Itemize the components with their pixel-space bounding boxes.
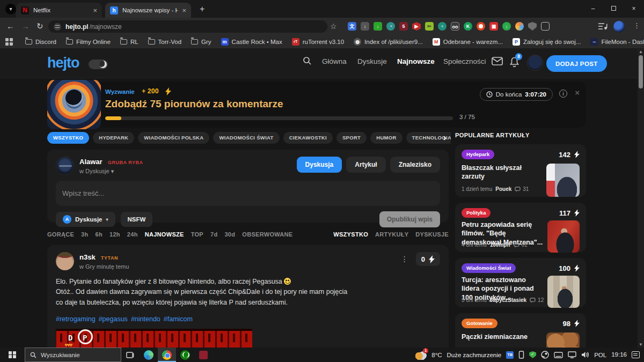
network-tray-icon[interactable]	[568, 351, 576, 358]
post-menu-icon[interactable]: ⋮	[401, 255, 408, 263]
bookmark-discord[interactable]: Discord	[21, 38, 60, 46]
post-author-name[interactable]: n3sk	[79, 253, 96, 261]
post-meta[interactable]: w Gry minutę temu	[79, 263, 129, 270]
window-minimize-button[interactable]: –	[583, 0, 603, 18]
article-thumbnail[interactable]	[547, 276, 580, 308]
composer-community-select[interactable]: w Dyskusje ▾	[79, 168, 143, 175]
thunderbird-tray-icon[interactable]: TB	[506, 351, 514, 359]
messages-icon[interactable]	[492, 57, 503, 65]
site-settings-icon[interactable]	[54, 23, 61, 31]
bookmark-rl[interactable]: RL	[116, 38, 142, 46]
bookmark-index[interactable]: ◍Index of /pliki/user9...	[350, 37, 427, 47]
task-view-button[interactable]	[121, 348, 140, 362]
filter-30d[interactable]: 30d	[224, 231, 235, 238]
weather-temp[interactable]: 8°C	[431, 352, 442, 358]
edge-taskbar-button[interactable]	[140, 348, 158, 362]
adblock-extension-icon[interactable]: ▶	[412, 22, 421, 31]
category-humor[interactable]: HUMOR	[370, 132, 402, 144]
article-card[interactable]: Polityka 117 Petru zapowiada serię filmó…	[455, 203, 586, 252]
translate-extension-icon[interactable]: 文	[348, 22, 356, 31]
window-maximize-button[interactable]	[603, 0, 624, 18]
media-controls-icon[interactable]	[598, 23, 608, 30]
category-badge[interactable]: Gotowanie	[462, 319, 497, 328]
post-game-screenshot[interactable]: D P ♥♥♥	[56, 329, 252, 348]
comments-counter[interactable]: 12	[530, 297, 544, 303]
clipboard-extension-icon[interactable]	[541, 22, 550, 31]
keyboard-tray-icon[interactable]	[554, 352, 563, 358]
category-wiadomosci-polska[interactable]: WIADOMOŚCI POLSKA	[138, 132, 209, 144]
apps-grid-icon[interactable]	[5, 38, 13, 46]
nav-glowna[interactable]: Główna	[322, 57, 347, 65]
weather-desc[interactable]: Duże zachmurzenie	[447, 352, 502, 358]
composer-community-chip[interactable]: A Dyskusje ▾	[56, 212, 115, 227]
record-extension-icon[interactable]	[477, 22, 485, 31]
chrome-taskbar-button[interactable]	[158, 348, 176, 362]
hashtag-link[interactable]: #retrogaming	[56, 315, 96, 323]
filter-wszystko[interactable]: WSZYSTKO	[333, 231, 368, 238]
tab-hejto[interactable]: h Najnowsze wpisy - Hejto.pl ×	[105, 3, 191, 18]
taskbar-clock[interactable]: 19:16	[611, 351, 627, 358]
scissors-extension-icon[interactable]: ✂	[425, 22, 434, 31]
steam-tray-icon[interactable]	[541, 351, 549, 359]
download-extension-icon[interactable]: ↓	[361, 22, 369, 31]
wheel-extension-icon[interactable]	[515, 22, 524, 31]
taskbar-search[interactable]	[25, 348, 121, 362]
article-author[interactable]: Pouek	[495, 186, 511, 192]
dark-mode-toggle[interactable]	[89, 60, 108, 69]
xbox-taskbar-button[interactable]	[176, 348, 194, 362]
nav-najnowsze[interactable]: Najnowsze	[397, 57, 435, 65]
k-extension-icon[interactable]: K	[464, 22, 472, 31]
comments-counter[interactable]: 61	[514, 242, 528, 248]
category-sport[interactable]: SPORT	[336, 132, 367, 144]
teal-extension-icon[interactable]: ♆	[438, 22, 447, 31]
reload-button[interactable]: ↻	[36, 21, 43, 31]
composer-user-avatar[interactable]	[56, 157, 74, 175]
bookmark-star-icon[interactable]: ☆	[330, 22, 337, 31]
action-center-icon[interactable]	[632, 351, 640, 358]
hashtag-link[interactable]: #famicom	[164, 315, 193, 323]
hejto-logo[interactable]: hejto	[47, 55, 79, 71]
article-thumbnail[interactable]	[547, 220, 580, 253]
composer-username[interactable]: Alawar	[79, 158, 103, 166]
green-arrow-extension-icon[interactable]: ↓	[374, 22, 382, 31]
category-wiadomosci-swiat[interactable]: WIADOMOŚCI ŚWIAT	[213, 132, 279, 144]
category-hydepark[interactable]: HYDEPARK	[93, 132, 134, 144]
scroll-up-icon[interactable]: ▲	[639, 49, 643, 54]
post-bolts-counter[interactable]: 0	[416, 252, 440, 266]
comments-counter[interactable]: 31	[515, 186, 529, 192]
filter-12h[interactable]: 12h	[109, 231, 120, 238]
taskbar-search-input[interactable]	[41, 352, 111, 358]
info-icon[interactable]: i	[559, 90, 567, 98]
address-bar[interactable]: hejto.pl /najnowsze	[48, 20, 327, 33]
filter-obserwowane[interactable]: OBSERWOWANE	[242, 231, 292, 238]
filter-najnowsze[interactable]: NAJNOWSZE	[145, 231, 184, 238]
scroll-down-icon[interactable]: ▼	[639, 342, 643, 347]
close-tab-icon[interactable]: ×	[93, 6, 97, 14]
search-icon[interactable]	[303, 56, 312, 65]
tab-netflix[interactable]: N Netflix ×	[16, 3, 102, 18]
bookmark-paypal[interactable]: PZaloguj się do swoj...	[509, 37, 584, 47]
composer-text-input[interactable]	[56, 181, 440, 206]
bookmark-torr-vod[interactable]: Torr-Vod	[144, 38, 185, 46]
tab-search-icon[interactable]: ▾	[5, 4, 16, 14]
category-ciekawostki[interactable]: CIEKAWOSTKI	[283, 132, 333, 144]
type-dyskusja-button[interactable]: Dyskusja	[297, 157, 342, 173]
bookmark-castle-rock[interactable]: mCastle Rock • Max	[217, 37, 286, 47]
filter-7d[interactable]: 7d	[210, 231, 217, 238]
close-tab-icon[interactable]: ×	[182, 6, 186, 14]
article-thumbnail[interactable]	[546, 333, 580, 348]
filter-3h[interactable]: 3h	[81, 231, 88, 238]
red-app-taskbar-button[interactable]	[194, 348, 213, 362]
install-extension-icon[interactable]: ↓	[502, 22, 511, 31]
new-tab-button[interactable]: +	[200, 4, 204, 14]
phone-tray-icon[interactable]	[518, 351, 524, 359]
shield5-extension-icon[interactable]: 5	[399, 22, 408, 31]
security-tray-icon[interactable]: ✓	[529, 351, 536, 358]
category-badge[interactable]: Wiadomości Świat	[462, 263, 516, 273]
filter-24h[interactable]: 24h	[127, 231, 138, 238]
goggles-extension-icon[interactable]: oo	[451, 22, 459, 31]
article-thumbnail[interactable]	[546, 164, 580, 197]
article-title[interactable]: Pączki ziemniaczane	[462, 333, 542, 348]
back-button[interactable]: ←	[6, 21, 14, 31]
filter-6h[interactable]: 6h	[96, 231, 103, 238]
